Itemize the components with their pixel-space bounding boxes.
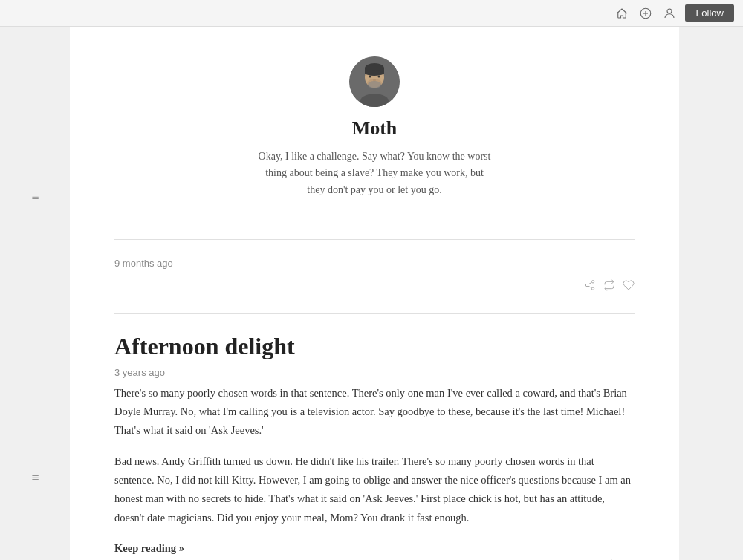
svg-point-17 [591, 287, 594, 290]
action-row-2 [114, 555, 635, 560]
svg-point-11 [369, 76, 372, 78]
sidebar-left: ≡ ≡ [0, 27, 70, 560]
svg-line-19 [588, 283, 592, 285]
follow-button[interactable]: Follow [685, 4, 734, 22]
section-divider-2 [114, 313, 635, 314]
home-icon[interactable] [614, 5, 630, 22]
top-nav: Follow [0, 0, 743, 27]
add-circle-icon[interactable] [637, 5, 654, 22]
svg-point-15 [591, 281, 594, 283]
sidebar-menu-icon-1[interactable]: ≡ [31, 190, 38, 204]
svg-line-18 [588, 286, 592, 288]
share-icon-1[interactable] [584, 279, 596, 291]
user-icon[interactable] [661, 5, 678, 22]
post-paragraph-2: Bad news. Andy Griffith turned us down. … [114, 452, 635, 528]
post-body-2: There's so many poorly chosen words in t… [114, 384, 635, 528]
sidebar-menu-icon-2[interactable]: ≡ [31, 471, 38, 484]
section-divider-1 [114, 239, 635, 240]
post-paragraph-1: There's so many poorly chosen words in t… [114, 384, 635, 440]
heart-icon-1[interactable] [623, 279, 635, 291]
svg-point-14 [368, 81, 381, 88]
svg-point-12 [378, 76, 380, 78]
post-entry-2: Afternoon delight 3 years ago There's so… [114, 332, 635, 560]
profile-name: Moth [352, 117, 398, 140]
action-row-1 [114, 275, 635, 296]
post-title-2: Afternoon delight [114, 332, 635, 360]
post-timestamp-2: 3 years ago [114, 367, 635, 378]
right-sidebar [679, 27, 743, 560]
profile-section: Moth Okay, I like a challenge. Say what?… [114, 56, 635, 221]
avatar [349, 56, 400, 107]
post-timestamp-1: 9 months ago [114, 258, 635, 269]
svg-point-16 [585, 284, 588, 287]
keep-reading-link[interactable]: Keep reading » [114, 542, 184, 555]
svg-point-3 [667, 9, 672, 13]
svg-point-10 [365, 70, 384, 76]
reblog-icon-1[interactable] [603, 279, 615, 291]
post-entry-1: 9 months ago [114, 258, 635, 296]
main-content: Moth Okay, I like a challenge. Say what?… [70, 27, 679, 560]
profile-bio: Okay, I like a challenge. Say what? You … [256, 149, 493, 198]
